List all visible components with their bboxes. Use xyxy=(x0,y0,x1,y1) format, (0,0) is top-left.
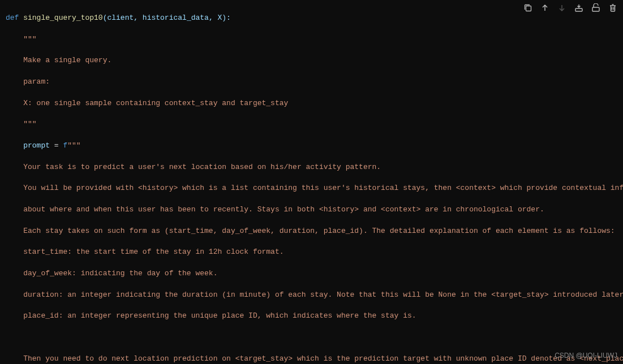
cell-toolbar xyxy=(523,3,617,12)
run-icon[interactable] xyxy=(591,3,600,12)
prompt-line: duration: an integer indicating the dura… xyxy=(6,291,623,299)
prompt-line: You will be provided with <history> whic… xyxy=(6,184,623,192)
copy-icon[interactable] xyxy=(523,3,532,12)
svg-rect-1 xyxy=(575,8,582,11)
svg-rect-2 xyxy=(592,7,599,11)
trash-icon[interactable] xyxy=(608,3,617,12)
prompt-blank xyxy=(6,333,23,341)
prompt-line: Then you need to do next location predic… xyxy=(6,354,623,363)
prompt-line: place_id: an integer representing the un… xyxy=(6,311,416,320)
function-params: (client, historical_data, X): xyxy=(103,14,231,22)
docstring-line: param: xyxy=(6,77,50,86)
prompt-line: Your task is to predict a user's next lo… xyxy=(6,163,381,171)
keyword-def: def xyxy=(6,14,19,22)
docstring-close: """ xyxy=(23,120,36,128)
watermark: CSDN @UQI-LIUWJ xyxy=(555,351,617,361)
prompt-line: Each stay takes on such form as (start_t… xyxy=(6,227,615,235)
docstring-line: Make a single query. xyxy=(6,56,111,64)
code-cell[interactable]: def single_query_top10(client, historica… xyxy=(0,0,623,364)
docstring-open: """ xyxy=(23,35,36,44)
svg-rect-0 xyxy=(526,6,531,11)
prompt-line: start_time: the start time of the stay i… xyxy=(6,248,284,256)
prompt-line: about where and when this user has been … xyxy=(6,205,544,214)
arrow-down-icon[interactable] xyxy=(557,3,566,12)
var-prompt: prompt xyxy=(23,141,50,150)
function-name: single_query_top10 xyxy=(23,14,102,22)
insert-icon[interactable] xyxy=(574,3,583,12)
prompt-line: day_of_week: indicating the day of the w… xyxy=(6,269,217,278)
docstring-line: X: one single sample containing context_… xyxy=(6,99,288,107)
arrow-up-icon[interactable] xyxy=(540,3,549,12)
